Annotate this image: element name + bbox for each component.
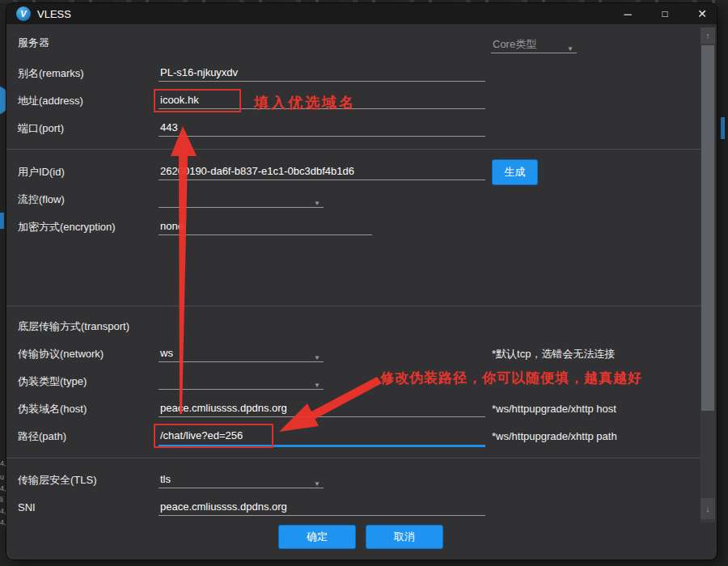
encryption-input[interactable]: none — [159, 218, 372, 235]
path-label: 路径(path) — [18, 428, 66, 445]
chevron-down-icon: ▼ — [314, 196, 320, 212]
network-value: ws — [160, 347, 173, 359]
vless-dialog: V VLESS ─ □ ✕ 服务器 Core类型 ▼ 别名(remarks) P… — [6, 3, 717, 560]
server-section-header: 服务器 — [18, 34, 49, 51]
path-highlight-box — [154, 424, 273, 448]
arrow-down-icon: ↓ — [705, 504, 710, 513]
scroll-down-button[interactable]: ↓ — [700, 498, 715, 519]
tls-dropdown[interactable]: tls ▼ — [159, 471, 324, 488]
generate-uuid-button[interactable]: 生成 — [492, 159, 538, 185]
cancel-button[interactable]: 取消 — [366, 525, 443, 549]
window-title: VLESS — [37, 8, 71, 20]
chevron-down-icon: ▼ — [314, 476, 320, 492]
camouflage-type-label: 伪装类型(type) — [18, 373, 87, 390]
scrollbar[interactable]: ↑ ↓ — [700, 27, 715, 522]
background-selection-fragment — [0, 213, 4, 229]
core-type-label: Core类型 — [493, 38, 536, 50]
close-button[interactable]: ✕ — [688, 3, 717, 24]
uuid-input[interactable]: 26200190-da6f-b837-e1c1-0bc3dbf4b1d6 — [159, 163, 485, 180]
address-highlight-box — [154, 89, 241, 112]
flow-dropdown[interactable]: ▼ — [159, 191, 324, 208]
scroll-up-button[interactable]: ↑ — [700, 27, 715, 44]
section-divider — [6, 458, 700, 458]
core-type-dropdown[interactable]: Core类型 ▼ — [491, 36, 577, 53]
sni-input[interactable]: peace.cmliussss.dpdns.org — [159, 499, 485, 516]
uuid-label: 用户ID(id) — [18, 163, 65, 180]
network-label: 传输协议(network) — [18, 345, 104, 362]
arrow-up-icon: ↑ — [705, 31, 710, 40]
encryption-label: 加密方式(encryption) — [18, 218, 116, 235]
app-icon: V — [16, 6, 31, 21]
scrollbar-thumb[interactable] — [701, 45, 714, 411]
chevron-down-icon: ▼ — [314, 378, 320, 394]
remarks-input[interactable]: PL-s16-njkuyxdv — [159, 65, 485, 82]
chevron-down-icon: ▼ — [314, 350, 320, 366]
remarks-label: 别名(remarks) — [18, 65, 84, 82]
network-note: *默认tcp，选错会无法连接 — [492, 345, 615, 362]
port-input[interactable]: 443 — [159, 120, 485, 137]
address-label: 地址(address) — [18, 92, 83, 109]
host-note: *ws/httpupgrade/xhttp host — [492, 400, 616, 417]
maximize-button[interactable]: □ — [650, 3, 679, 24]
minimize-button[interactable]: ─ — [613, 3, 642, 24]
transport-section-header: 底层传输方式(transport) — [18, 318, 129, 335]
background-scroll-mark — [721, 117, 725, 139]
ok-button[interactable]: 确定 — [278, 525, 356, 549]
section-divider — [6, 306, 700, 306]
host-label: 伪装域名(host) — [18, 400, 87, 417]
path-note: *ws/httpupgrade/xhttp path — [492, 428, 617, 445]
port-label: 端口(port) — [18, 120, 64, 137]
chevron-down-icon: ▼ — [567, 41, 574, 57]
section-divider — [6, 149, 700, 150]
flow-label: 流控(flow) — [18, 191, 65, 208]
tls-label: 传输层安全(TLS) — [18, 471, 97, 488]
tls-value: tls — [160, 473, 171, 485]
title-bar[interactable]: V VLESS ─ □ ✕ — [6, 3, 717, 24]
path-annotation: 修改伪装路径，你可以随便填，越真越好 — [380, 369, 642, 387]
camouflage-type-dropdown[interactable]: ▼ — [159, 373, 324, 390]
sni-label: SNI — [18, 499, 36, 516]
address-annotation: 填入优选域名 — [254, 93, 356, 112]
network-dropdown[interactable]: ws ▼ — [159, 345, 324, 362]
host-input[interactable]: peace.cmliussss.dpdns.org — [159, 400, 485, 417]
